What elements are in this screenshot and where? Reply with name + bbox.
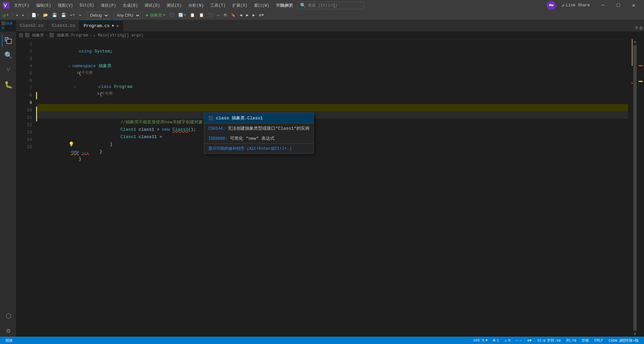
- menu-file[interactable]: 文件(F): [11, 1, 33, 10]
- tab-program[interactable]: Program.cs ● ✕: [79, 20, 123, 31]
- scroll-down[interactable]: ▼: [633, 331, 637, 337]
- menu-git[interactable]: Git(G): [76, 2, 97, 9]
- toolbar-save[interactable]: 💾: [51, 12, 58, 18]
- toolbar-extra-9[interactable]: ▶: [251, 12, 256, 18]
- code-lines[interactable]: using System; □namespace 抽象类 {: [37, 39, 628, 337]
- minimize-button[interactable]: ─: [595, 0, 611, 11]
- code-line-1: using System;: [37, 40, 628, 48]
- popup-ide0090-link[interactable]: IDE0090:: [208, 136, 228, 141]
- code-line-14: }: [37, 148, 628, 155]
- menu-build[interactable]: 生成(B): [120, 1, 142, 10]
- menu-window[interactable]: 窗口(W): [251, 1, 273, 10]
- status-nav-extras[interactable]: ⚙▼: [524, 337, 534, 344]
- toolbar-extra-1[interactable]: 📋: [189, 12, 196, 18]
- status-zoom[interactable]: 163 % ▼: [470, 337, 490, 344]
- breadcrumb-class[interactable]: ⬛ 抽象类.Program: [49, 32, 88, 38]
- popup-item-class1-label: class 抽象类.Class1: [216, 115, 263, 121]
- line-num-1: 1: [16, 40, 32, 48]
- toolbar-back[interactable]: ◂: [14, 12, 19, 18]
- toolbar-sep-3: [85, 12, 85, 19]
- search-box[interactable]: 🔍 搜索 (Ctrl+Q): [297, 2, 364, 9]
- toolbar-extra-3[interactable]: ⬛: [207, 12, 214, 18]
- user-avatar[interactable]: MW: [547, 1, 556, 10]
- toolbar-redo[interactable]: ↪: [77, 12, 82, 18]
- popup-cs0144-link[interactable]: CS0144:: [208, 126, 225, 131]
- run-button[interactable]: ▶ 抽象类 ▼: [145, 12, 167, 19]
- toolbar-forward[interactable]: ▸: [21, 12, 26, 18]
- status-zoom-value: 163 %: [473, 338, 484, 342]
- popup-show-fixes-link[interactable]: 显示可能的修补程序 (Alt+Enter或Ctrl+.): [208, 146, 292, 151]
- sidebar-icon-extensions[interactable]: ⬡: [2, 310, 14, 322]
- close-button[interactable]: ✕: [626, 0, 641, 11]
- debug-config-select[interactable]: Debug: [87, 12, 109, 19]
- tabs-settings-icon[interactable]: ⚙: [639, 25, 643, 31]
- toolbar-extra-5[interactable]: ⟲: [222, 12, 228, 18]
- scroll-up[interactable]: ▲: [633, 39, 637, 44]
- tabs-overflow-icon[interactable]: ≡: [635, 25, 638, 31]
- popup-item-class1[interactable]: ⬛ class 抽象类.Class1: [204, 113, 313, 123]
- popup-show-fixes[interactable]: 显示可能的修补程序 (Alt+Enter或Ctrl+.): [204, 144, 313, 153]
- nav-fwd-icon[interactable]: →: [519, 338, 522, 342]
- scrollbar-vertical[interactable]: ▲ ▼: [633, 39, 637, 337]
- status-errors[interactable]: ⊗ 1: [490, 337, 501, 344]
- maximize-button[interactable]: □: [611, 0, 626, 11]
- status-encoding[interactable]: CRLF: [592, 337, 606, 344]
- toolbar-save-all[interactable]: 💾: [60, 12, 67, 18]
- lightbulb-popup[interactable]: ⬛ class 抽象类.Class1 CS0144: 无法创建抽象类型或接口"C…: [204, 113, 314, 154]
- breadcrumb-method[interactable]: ₘ Main(string[] args): [93, 33, 143, 38]
- minimap[interactable]: [628, 39, 633, 337]
- toolbar-stop[interactable]: ⬛: [168, 12, 176, 18]
- toolbar-extra-6[interactable]: 🔖: [229, 12, 237, 18]
- toolbar-extra-2[interactable]: 📋: [198, 12, 205, 18]
- menu-view[interactable]: 视图(V): [54, 1, 76, 10]
- sidebar-icon-git[interactable]: ⑂: [2, 64, 14, 76]
- menu-analyze[interactable]: 分析(N): [185, 1, 207, 10]
- tabs-bar: ⬛抽象类 Class2.cs Class1.cs Program.cs ● ✕ …: [0, 20, 644, 32]
- status-pos[interactable]: 列:79: [564, 337, 579, 344]
- code-line-5-container: 0 个引用 □ class Program: [37, 70, 628, 83]
- toolbar-undo[interactable]: ↩▼: [69, 12, 76, 18]
- menu-debug[interactable]: 调试(D): [141, 1, 163, 10]
- scroll-thumb[interactable]: [633, 45, 637, 331]
- svg-text:V: V: [4, 3, 7, 8]
- tab-class1[interactable]: Class1.cs: [48, 20, 79, 31]
- toolbar-restart[interactable]: 🔄▼: [177, 12, 187, 18]
- status-nav[interactable]: ← →: [513, 337, 524, 344]
- window-controls: ─ □ ✕: [595, 0, 641, 11]
- code-area[interactable]: 1 2 3 4 5 6 7 8 9 10 11 12 13 14 15: [16, 39, 637, 337]
- menu-tools[interactable]: 工具(T): [207, 1, 229, 10]
- menu-edit[interactable]: 编辑(E): [33, 1, 55, 10]
- line-num-3: 3: [16, 55, 32, 63]
- tab-program-close[interactable]: ✕: [116, 23, 119, 29]
- line-num-11: 11: [16, 114, 32, 121]
- status-csdn[interactable]: CSDN @想吃辣↗狐: [606, 337, 641, 344]
- toolbar-undo-group[interactable]: ↺ ▼: [1, 11, 10, 19]
- status-warnings[interactable]: ⚠ 0: [502, 337, 513, 344]
- menu-test[interactable]: 测试(S): [163, 1, 185, 10]
- toolbar-new[interactable]: 📄▼: [30, 12, 40, 18]
- toolbar-extra-8[interactable]: ▶: [245, 12, 250, 18]
- sidebar-icon-settings[interactable]: ⚙: [2, 325, 14, 337]
- breadcrumb-namespace[interactable]: ⬛ 抽象类: [25, 32, 44, 38]
- platform-select[interactable]: Any CPU: [114, 12, 141, 19]
- popup-item-ide0090[interactable]: IDE0090: 可简化 "new" 表达式: [204, 133, 313, 143]
- menu-extensions[interactable]: 扩展(X): [229, 1, 251, 10]
- status-line[interactable]: 行:9 字符:49: [535, 337, 564, 344]
- code-line-7: □ static void Main(string[] args): [37, 97, 628, 104]
- sidebar-icon-explorer[interactable]: [2, 34, 14, 46]
- toolbar-extra-4[interactable]: ↔: [216, 12, 221, 18]
- status-ready[interactable]: 就绪: [3, 337, 15, 344]
- tab-class2[interactable]: Class2.cs: [16, 20, 48, 31]
- sidebar-icon-debug[interactable]: 🐛: [2, 79, 14, 91]
- toolbar-extra-10[interactable]: ⚙▼: [258, 12, 265, 18]
- live-share-button[interactable]: ↗ Live Share: [559, 2, 593, 9]
- status-indent[interactable]: 空格: [579, 337, 592, 344]
- toolbar-extra-7[interactable]: ◀: [238, 12, 243, 18]
- menu-project[interactable]: 项目(P): [97, 1, 120, 10]
- popup-item-cs0144[interactable]: CS0144: 无法创建抽象类型或接口"Class1"的实例: [204, 123, 313, 133]
- toolbar-open[interactable]: 📂: [42, 12, 49, 18]
- class-icon: ⬛: [208, 116, 213, 121]
- sidebar-icon-search[interactable]: 🔍: [2, 49, 14, 61]
- nav-back-icon[interactable]: ←: [516, 338, 518, 342]
- status-csdn-text: CSDN @想吃辣↗狐: [609, 338, 639, 343]
